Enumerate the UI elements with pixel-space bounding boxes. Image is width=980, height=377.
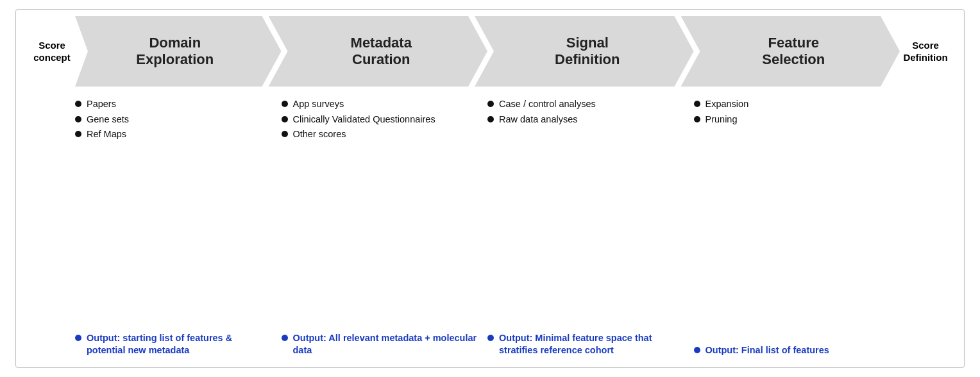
arrow-domain-exploration: ↻ DomainExploration [75, 16, 282, 87]
output-col-4: Output: Final list of features [694, 344, 893, 357]
content-col-2: App surveys Clinically Validated Questio… [282, 98, 488, 357]
bullets-col-1: Papers Gene sets Ref Maps [75, 98, 274, 323]
bullet-dot [75, 131, 81, 137]
list-item: Clinically Validated Questionnaires [282, 113, 480, 126]
list-item: Raw data analyses [487, 113, 686, 126]
step-title-3: SignalDefinition [555, 35, 620, 69]
arrows-container: ↻ DomainExploration ↻ MetadataCuration ↻… [75, 16, 900, 87]
bullet-dot [694, 116, 700, 122]
bullet-dot [282, 116, 288, 122]
list-item: Other scores [282, 128, 480, 141]
list-item: Gene sets [75, 113, 274, 126]
output-bullet [75, 335, 81, 341]
score-definition-label: Score Definition [900, 39, 951, 64]
banner-row: Score concept ↻ DomainExploration ↻ Meta… [29, 16, 951, 87]
right-spacer [900, 98, 951, 357]
list-item: Papers [75, 98, 274, 111]
bullet-dot [75, 116, 81, 122]
main-container: Score concept ↻ DomainExploration ↻ Meta… [15, 9, 965, 368]
step-title-4: FeatureSelection [762, 35, 825, 69]
step-title-2: MetadataCuration [351, 35, 412, 69]
content-col-3: Case / control analyses Raw data analyse… [487, 98, 694, 357]
output-bullet [487, 335, 494, 341]
bullets-col-3: Case / control analyses Raw data analyse… [487, 98, 686, 323]
list-item: Expansion [694, 98, 893, 111]
content-col-4: Expansion Pruning Output: Final list of … [694, 98, 900, 357]
bullet-dot [694, 101, 700, 107]
content-col-1: Papers Gene sets Ref Maps Output: starti… [29, 98, 282, 357]
list-item: Case / control analyses [487, 98, 686, 111]
refresh-icon-3: ↻ [577, 0, 598, 20]
arrow-feature-selection: ↻ FeatureSelection [681, 16, 900, 87]
step-title-1: DomainExploration [136, 35, 214, 69]
refresh-icon-4: ↻ [783, 0, 804, 20]
list-item: Ref Maps [75, 128, 274, 141]
bullet-dot [75, 101, 81, 107]
score-concept-label: Score concept [29, 39, 75, 64]
bullet-dot [282, 101, 288, 107]
arrow-signal-definition: ↻ SignalDefinition [475, 16, 694, 87]
bullet-dot [487, 101, 494, 107]
bullets-col-2: App surveys Clinically Validated Questio… [282, 98, 480, 323]
output-col-1: Output: starting list of features & pote… [75, 332, 274, 357]
bullet-dot [282, 131, 288, 137]
output-bullet [694, 347, 700, 353]
arrow-metadata-curation: ↻ MetadataCuration [269, 16, 488, 87]
content-row: Papers Gene sets Ref Maps Output: starti… [29, 98, 951, 357]
refresh-icon-2: ↻ [371, 0, 391, 20]
output-bullet [282, 335, 288, 341]
bullets-col-4: Expansion Pruning [694, 98, 893, 335]
list-item: Pruning [694, 113, 893, 126]
refresh-icon-1: ↻ [165, 0, 185, 20]
output-col-2: Output: All relevant metadata + molecula… [282, 332, 480, 357]
bullet-dot [487, 116, 494, 122]
output-col-3: Output: Minimal feature space that strat… [487, 332, 686, 357]
list-item: App surveys [282, 98, 480, 111]
